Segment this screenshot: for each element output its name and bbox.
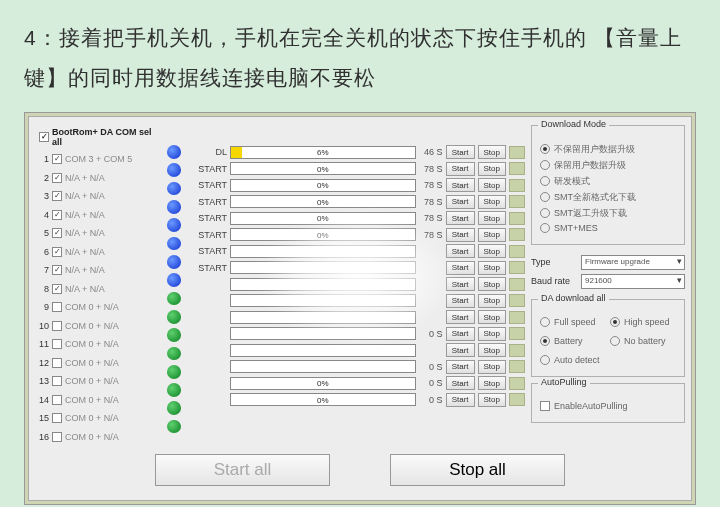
row-start-button[interactable]: Start <box>446 393 475 407</box>
seconds-label: 78 S <box>419 213 443 223</box>
da-download-option[interactable]: No battery <box>610 336 676 346</box>
progress-bar <box>230 344 416 357</box>
row-start-button[interactable]: Start <box>446 360 475 374</box>
type-select[interactable]: Firmware upgrade <box>581 255 685 270</box>
da-download-option[interactable]: Auto detect <box>540 355 676 365</box>
row-start-button[interactable]: Start <box>446 294 475 308</box>
select-all-checkbox[interactable] <box>39 132 49 142</box>
download-mode-option[interactable]: 研发模式 <box>540 175 676 188</box>
progress-pct: 0% <box>317 164 329 173</box>
row-stop-button[interactable]: Stop <box>478 376 506 390</box>
row-checkbox[interactable] <box>52 247 62 257</box>
download-mode-option[interactable]: SMT全新格式化下载 <box>540 191 676 204</box>
radio-label: Battery <box>554 336 583 346</box>
row-index: 16 <box>35 432 49 442</box>
row-status-block <box>509 146 525 159</box>
status-dot <box>167 365 181 379</box>
row-start-button[interactable]: Start <box>446 178 475 192</box>
stop-all-button[interactable]: Stop all <box>390 454 565 486</box>
row-checkbox[interactable] <box>52 395 62 405</box>
row-checkbox[interactable] <box>52 154 62 164</box>
status-dot-column <box>165 125 183 435</box>
row-checkbox[interactable] <box>52 173 62 183</box>
row-stop-button[interactable]: Stop <box>478 294 506 308</box>
radio-icon <box>540 223 550 233</box>
radio-icon <box>540 144 550 154</box>
app-frame: BootRom+ DA COM sel all 1 COM 3 + COM 52… <box>24 112 696 505</box>
row-stop-button[interactable]: Stop <box>478 343 506 357</box>
progress-bar: 0% <box>230 393 416 406</box>
download-mode-option[interactable]: SMT返工升级下载 <box>540 207 676 220</box>
row-stop-button[interactable]: Stop <box>478 310 506 324</box>
radio-icon <box>610 317 620 327</box>
row-stop-button[interactable]: Stop <box>478 277 506 291</box>
row-start-button[interactable]: Start <box>446 145 475 159</box>
start-label: START <box>189 230 227 240</box>
row-start-button[interactable]: Start <box>446 261 475 275</box>
row-start-button[interactable]: Start <box>446 310 475 324</box>
progress-row: 0% 0 S Start Stop <box>189 375 525 392</box>
row-stop-button[interactable]: Stop <box>478 228 506 242</box>
row-checkbox[interactable] <box>52 432 62 442</box>
autopulling-checkbox[interactable] <box>540 401 550 411</box>
row-checkbox[interactable] <box>52 265 62 275</box>
row-stop-button[interactable]: Stop <box>478 261 506 275</box>
row-start-button[interactable]: Start <box>446 211 475 225</box>
com-label: N/A + N/A <box>65 228 159 238</box>
row-checkbox[interactable] <box>52 376 62 386</box>
download-mode-option[interactable]: 保留用户数据升级 <box>540 159 676 172</box>
row-start-button[interactable]: Start <box>446 277 475 291</box>
da-download-option[interactable]: Battery <box>540 336 606 346</box>
row-stop-button[interactable]: Stop <box>478 162 506 176</box>
download-mode-option[interactable]: SMT+MES <box>540 223 676 233</box>
row-start-button[interactable]: Start <box>446 228 475 242</box>
baud-select[interactable]: 921600 <box>581 274 685 289</box>
row-stop-button[interactable]: Stop <box>478 178 506 192</box>
row-stop-button[interactable]: Stop <box>478 327 506 341</box>
row-start-button[interactable]: Start <box>446 343 475 357</box>
seconds-label: 0 S <box>419 329 443 339</box>
row-status-block <box>509 344 525 357</box>
row-stop-button[interactable]: Stop <box>478 393 506 407</box>
row-stop-button[interactable]: Stop <box>478 195 506 209</box>
row-stop-button[interactable]: Stop <box>478 145 506 159</box>
da-download-option[interactable]: Full speed <box>540 317 606 327</box>
start-all-button[interactable]: Start all <box>155 454 330 486</box>
row-stop-button[interactable]: Stop <box>478 211 506 225</box>
download-mode-title: Download Mode <box>538 119 609 129</box>
row-stop-button[interactable]: Stop <box>478 360 506 374</box>
row-checkbox[interactable] <box>52 358 62 368</box>
autopulling-option[interactable]: EnableAutoPulling <box>540 401 676 411</box>
row-stop-button[interactable]: Stop <box>478 244 506 258</box>
row-checkbox[interactable] <box>52 284 62 294</box>
row-checkbox[interactable] <box>52 228 62 238</box>
download-mode-option[interactable]: 不保留用户数据升级 <box>540 143 676 156</box>
row-checkbox[interactable] <box>52 191 62 201</box>
com-row: 16 COM 0 + N/A <box>35 428 159 445</box>
row-checkbox[interactable] <box>52 339 62 349</box>
row-checkbox[interactable] <box>52 210 62 220</box>
status-dot <box>167 383 181 397</box>
com-row: 2 N/A + N/A <box>35 169 159 186</box>
row-start-button[interactable]: Start <box>446 376 475 390</box>
row-checkbox[interactable] <box>52 413 62 423</box>
radio-label: Full speed <box>554 317 596 327</box>
row-start-button[interactable]: Start <box>446 327 475 341</box>
row-start-button[interactable]: Start <box>446 162 475 176</box>
progress-row: 0 S Start Stop <box>189 358 525 375</box>
da-download-option[interactable]: High speed <box>610 317 676 327</box>
row-checkbox[interactable] <box>52 321 62 331</box>
com-label: COM 0 + N/A <box>65 395 159 405</box>
radio-icon <box>540 208 550 218</box>
select-all-row[interactable]: BootRom+ DA COM sel all <box>35 125 159 151</box>
row-index: 4 <box>35 210 49 220</box>
status-dot <box>167 401 181 415</box>
row-start-button[interactable]: Start <box>446 244 475 258</box>
status-dot <box>167 163 181 177</box>
row-index: 10 <box>35 321 49 331</box>
row-checkbox[interactable] <box>52 302 62 312</box>
row-start-button[interactable]: Start <box>446 195 475 209</box>
com-label: N/A + N/A <box>65 265 159 275</box>
com-label: N/A + N/A <box>65 191 159 201</box>
status-dot <box>167 310 181 324</box>
